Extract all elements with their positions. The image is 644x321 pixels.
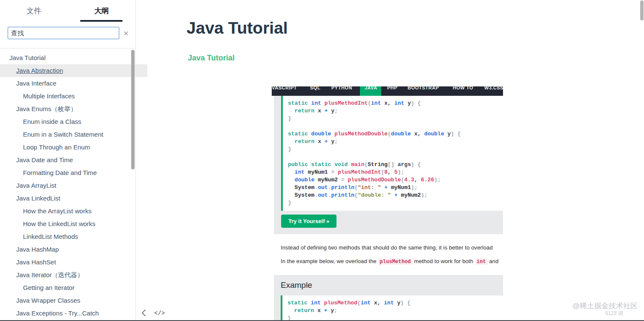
code-block-1: static int plusMethodInt(int x, int y) {… [281,96,503,211]
code-token: } [288,115,291,122]
code-token: return [294,307,314,314]
code-token [288,177,295,183]
code-line: return x + y; [288,138,498,146]
paragraph-overload-example: In the example below, we overload the pl… [281,258,504,265]
outline-item[interactable]: Getting an Iterator [0,281,154,294]
outline-item[interactable]: Java HashSet [0,256,147,269]
outline-item[interactable]: LinkedList Methods [0,230,154,243]
clear-search-icon[interactable]: × [124,29,129,37]
page-title: Java Tutorial [187,19,288,37]
outline-item[interactable]: How the LinkedList works [0,218,154,230]
code-token: myNum2 [318,177,338,183]
code-token: ); [398,169,405,175]
inline-codespan: plusMethod [378,258,413,265]
code-token: int [295,169,308,175]
paragraph-overload-intro: Instead of defining two methods that sho… [281,244,504,251]
code-token: + [325,108,328,114]
outline-item[interactable]: How the ArrayList works [0,205,154,218]
outline-item[interactable]: Java Iterator（迭代器） [0,269,147,281]
code-token: ; [334,138,338,145]
tab-outline-label: 大纲 [95,7,109,15]
code-token: main [351,161,364,168]
navbar-item[interactable]: JAVA [365,86,377,90]
code-view-icon[interactable]: </> [154,310,165,317]
code-token: ) { [451,131,460,137]
code-token: int [311,300,324,306]
java-tutorial-link[interactable]: Java Tutorial [188,54,235,63]
watermark: @稀土掘金技术社区 [572,301,638,311]
outline-item[interactable]: Java ArrayList [0,179,147,192]
code-token: y [328,138,335,145]
try-it-row: Try it Yourself » [274,211,503,234]
outline-item[interactable]: Java HashMap [0,243,147,256]
code-token: return [295,108,315,114]
code-line: static double plusMethodDouble(double x,… [288,130,498,138]
navbar-item[interactable]: BOOTSTRAP [408,86,439,90]
code-token: int [384,300,397,306]
code-token: y [328,108,335,114]
navbar-item[interactable]: PYTHON [331,86,352,90]
code-token: static [288,131,311,137]
outline-item[interactable]: Java LinkedList [0,192,147,205]
code-token: static [288,300,311,306]
code-token: double [311,131,335,137]
code-token [288,307,294,314]
code-block-2: static int plusMethod(int x, int y) { re… [281,295,503,321]
code-token: , [417,131,424,137]
tab-outline[interactable]: 大纲 [68,0,135,22]
code-token: ( [388,131,391,137]
code-token: int [371,100,384,106]
code-token: [] [388,161,397,168]
code-token: = [328,169,338,175]
page-scrollbar-thumb[interactable] [640,0,644,20]
code-token: } [288,146,291,152]
code-token [288,108,295,114]
app-window: 文件 大纲 × Java TutorialJava AbstractionJav… [0,0,644,321]
search-input[interactable] [8,27,119,39]
outline-item[interactable]: Java Exceptions - Try...Catch [0,307,147,320]
sidebar-scrollbar-thumb[interactable] [131,50,135,169]
code-token: System [295,184,315,191]
outline-item[interactable]: Java Interface [0,77,147,90]
outline-item[interactable]: Java Abstraction [0,64,147,77]
code-token: , [377,300,384,306]
collapse-sidebar-button[interactable] [141,309,147,318]
navbar-item[interactable]: HOW TO [453,86,473,90]
w3schools-navbar: JAVASCRIPTSQLPYTHONJAVAPHPBOOTSTRAPHOW T… [272,86,503,96]
sidebar-tabs: 文件 大纲 [0,0,135,22]
code-token: int [361,300,374,306]
outline-item[interactable]: Java Tutorial [0,52,141,64]
code-token: + [324,307,328,314]
code-token: double [391,131,414,137]
try-it-yourself-button[interactable]: Try it Yourself » [281,215,336,228]
example-box-2: Example static int plusMethod(int x, int… [274,275,503,321]
code-token: plusMethodDouble [348,177,401,183]
code-token: x [314,138,324,145]
code-token: 8 [384,169,388,175]
navbar-item[interactable]: SQL [310,86,320,90]
sidebar: 文件 大纲 × Java TutorialJava AbstractionJav… [0,0,136,321]
example-box-1: static int plusMethodInt(int x, int y) {… [274,96,503,234]
outline-list: Java TutorialJava AbstractionJava Interf… [0,49,135,320]
search-bar: × [0,22,135,49]
code-token: ( [354,192,358,198]
code-line: } [288,146,498,153]
code-token: x [314,307,324,314]
code-token: "int: " [358,184,381,191]
code-token: System [295,192,315,198]
code-token: ); [434,177,441,183]
code-token: = [338,177,348,183]
outline-item[interactable]: Java Wrapper Classes [0,294,147,307]
paragraph-text: and [488,258,499,264]
outline-item[interactable]: Java Date and Time [0,154,147,166]
navbar-item[interactable]: W3.CSS [484,86,503,90]
code-token: myNum1 [391,184,411,191]
code-token: } [288,200,291,206]
navbar-item[interactable]: JAVASCRIPT [272,86,297,90]
code-token: ; [334,307,337,314]
code-token: 5 [394,169,398,175]
outline-item[interactable]: Java Enums（枚举） [0,103,147,115]
code-token: out [318,192,328,198]
tab-files[interactable]: 文件 [0,0,68,22]
navbar-item[interactable]: PHP [387,86,397,90]
